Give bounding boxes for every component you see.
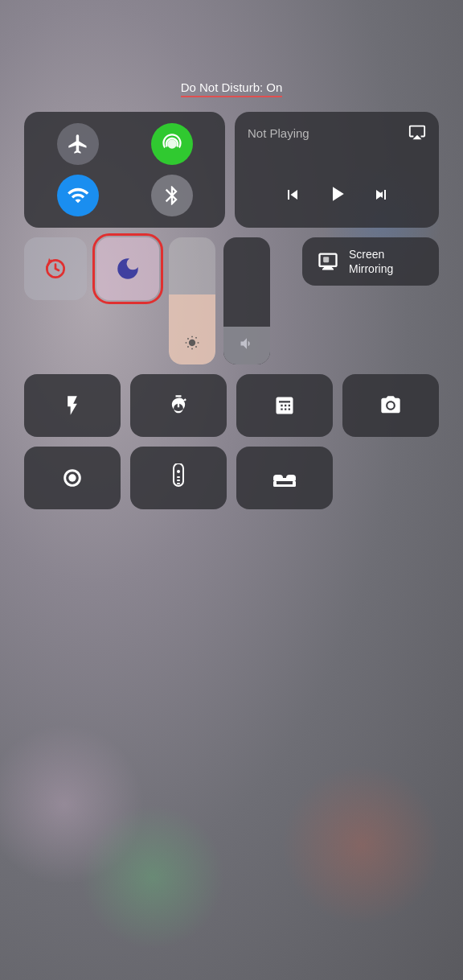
now-playing-panel: Not Playing bbox=[235, 112, 439, 228]
svg-rect-14 bbox=[273, 475, 283, 481]
speaker-icon bbox=[239, 336, 255, 352]
dnd-bar: Do Not Disturb: On bbox=[24, 80, 439, 97]
play-button[interactable] bbox=[325, 182, 349, 212]
brightness-slider[interactable] bbox=[169, 237, 215, 364]
camera-icon bbox=[379, 394, 402, 417]
brightness-icon bbox=[184, 335, 200, 355]
sun-icon bbox=[184, 335, 200, 351]
play-icon bbox=[325, 182, 349, 206]
control-center: Do Not Disturb: On bbox=[24, 80, 439, 509]
svg-point-5 bbox=[68, 474, 76, 481]
calculator-button[interactable] bbox=[236, 374, 333, 437]
airplay-svg bbox=[408, 123, 426, 141]
screen-mirroring-icon bbox=[317, 250, 339, 273]
bottom-grid-row2 bbox=[24, 447, 439, 509]
connectivity-panel bbox=[24, 112, 225, 228]
wifi-icon bbox=[67, 184, 89, 207]
middle-row: ScreenMirroring bbox=[24, 237, 439, 364]
camera-button[interactable] bbox=[342, 374, 439, 437]
airplay-icon[interactable] bbox=[408, 123, 426, 145]
bg-decoration bbox=[281, 764, 442, 925]
fast-forward-icon bbox=[371, 185, 391, 204]
airplane-icon bbox=[67, 133, 89, 155]
svg-rect-8 bbox=[177, 476, 180, 478]
screen-record-button[interactable] bbox=[24, 447, 121, 509]
svg-rect-2 bbox=[323, 257, 329, 262]
sleep-icon bbox=[272, 467, 297, 489]
next-button[interactable] bbox=[371, 185, 391, 208]
remote-icon bbox=[169, 463, 188, 492]
svg-rect-15 bbox=[286, 475, 296, 481]
svg-rect-6 bbox=[174, 463, 183, 486]
np-controls bbox=[248, 182, 426, 216]
moon-icon bbox=[114, 255, 141, 282]
wifi-button[interactable] bbox=[57, 175, 99, 216]
small-buttons bbox=[24, 237, 159, 300]
np-header: Not Playing bbox=[248, 123, 426, 145]
timer-icon bbox=[167, 394, 190, 417]
screen-mirroring-button[interactable]: ScreenMirroring bbox=[302, 237, 439, 286]
volume-icon bbox=[239, 336, 255, 355]
svg-point-0 bbox=[167, 139, 177, 149]
flashlight-icon bbox=[61, 394, 84, 417]
bluetooth-button[interactable] bbox=[151, 175, 193, 216]
previous-button[interactable] bbox=[283, 185, 302, 208]
svg-rect-9 bbox=[177, 480, 180, 481]
cellular-icon bbox=[161, 133, 183, 155]
screen-record-icon bbox=[61, 467, 84, 489]
timer-button[interactable] bbox=[130, 374, 227, 437]
svg-rect-16 bbox=[273, 484, 296, 487]
screen-mirroring-label: ScreenMirroring bbox=[349, 247, 393, 276]
svg-point-3 bbox=[387, 402, 393, 408]
top-row: Not Playing bbox=[24, 112, 439, 228]
volume-slider[interactable] bbox=[223, 237, 270, 364]
rewind-icon bbox=[283, 185, 302, 204]
sliders-area bbox=[169, 237, 293, 364]
rotation-lock-button[interactable] bbox=[24, 237, 87, 300]
np-title: Not Playing bbox=[248, 126, 309, 140]
calculator-icon bbox=[273, 394, 296, 417]
empty-slot bbox=[342, 447, 439, 509]
bg-decoration bbox=[80, 805, 225, 949]
sleep-button[interactable] bbox=[236, 447, 333, 509]
cellular-button[interactable] bbox=[151, 123, 193, 165]
bottom-grid-row1 bbox=[24, 374, 439, 437]
flashlight-button[interactable] bbox=[24, 374, 121, 437]
svg-point-7 bbox=[177, 470, 180, 473]
dnd-label: Do Not Disturb: On bbox=[181, 80, 283, 97]
rotation-lock-icon bbox=[43, 256, 68, 282]
do-not-disturb-button[interactable] bbox=[96, 237, 159, 300]
bluetooth-icon bbox=[161, 184, 183, 207]
svg-rect-10 bbox=[177, 483, 180, 484]
airplane-mode-button[interactable] bbox=[57, 123, 99, 165]
apple-tv-remote-button[interactable] bbox=[130, 447, 227, 509]
